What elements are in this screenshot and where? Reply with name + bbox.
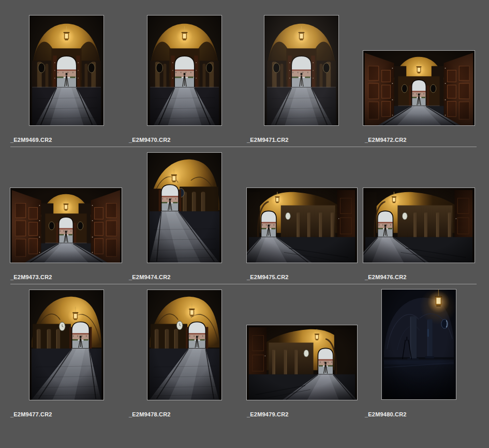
photo-thumbnail[interactable] — [363, 50, 475, 126]
photo-image — [247, 325, 357, 400]
photo-image — [382, 290, 456, 399]
photo-filename[interactable]: _E2M9469.CR2 — [10, 137, 52, 143]
photo-thumbnail[interactable] — [10, 187, 122, 263]
photo-filename[interactable]: _E2M9472.CR2 — [365, 137, 407, 143]
photo-filename[interactable]: _E2M9471.CR2 — [247, 137, 289, 143]
photo-filename[interactable]: _E2M9476.CR2 — [365, 274, 407, 280]
row-separator — [10, 147, 477, 147]
photo-thumbnail[interactable] — [246, 187, 358, 263]
photo-image — [363, 188, 475, 263]
photo-thumbnail[interactable] — [147, 152, 222, 263]
photo-thumbnail[interactable] — [29, 290, 104, 400]
photo-image — [147, 153, 221, 263]
photo-image — [147, 16, 221, 125]
photo-thumbnail[interactable] — [363, 187, 475, 263]
photo-thumbnail[interactable] — [246, 325, 358, 400]
photo-filename[interactable]: _E2M9473.CR2 — [10, 274, 52, 280]
photo-filename[interactable]: _E2M9479.CR2 — [247, 411, 289, 417]
photo-image — [264, 16, 338, 125]
photo-thumbnail[interactable] — [147, 15, 222, 126]
photo-image — [29, 290, 103, 400]
photo-filename[interactable]: _E2M9474.CR2 — [129, 274, 171, 280]
photo-image — [10, 188, 122, 263]
photo-thumbnail[interactable] — [264, 15, 339, 126]
row-separator — [10, 284, 477, 284]
photo-image — [363, 51, 475, 125]
photo-image — [247, 188, 357, 263]
photo-filename[interactable]: _E2M9470.CR2 — [129, 137, 171, 143]
photo-thumbnail[interactable] — [381, 289, 456, 400]
photo-filename[interactable]: _E2M9478.CR2 — [129, 411, 171, 417]
photo-filename[interactable]: _E2M9475.CR2 — [247, 274, 289, 280]
photo-filename[interactable]: _E2M9477.CR2 — [10, 411, 52, 417]
thumbnail-grid: _E2M9469.CR2_E2M9470.CR2_E2M9471.CR2_E2M… — [0, 0, 489, 448]
photo-thumbnail[interactable] — [147, 290, 222, 400]
photo-thumbnail[interactable] — [29, 15, 104, 126]
photo-filename[interactable]: _E2M9480.CR2 — [365, 411, 407, 417]
photo-image — [147, 290, 221, 400]
photo-image — [29, 16, 103, 125]
